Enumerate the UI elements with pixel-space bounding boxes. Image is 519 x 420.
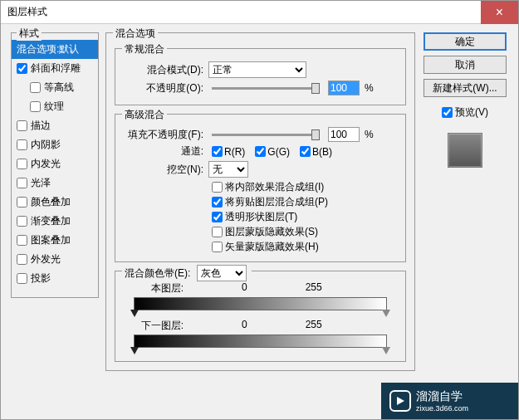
style-item-7[interactable]: 光泽 — [12, 173, 98, 193]
this-layer-max: 255 — [306, 281, 322, 295]
percent-label: % — [365, 82, 374, 94]
blend-if-group: 混合颜色带(E): 灰色 本图层: 0 255 下一图层: — [115, 271, 406, 362]
style-checkbox[interactable] — [17, 273, 27, 284]
styles-panel: 样式 混合选项:默认斜面和浮雕等高线纹理描边内阴影内发光光泽颜色叠加渐变叠加图案… — [11, 32, 99, 298]
close-button[interactable]: × — [481, 1, 518, 24]
style-checkbox[interactable] — [17, 159, 27, 169]
underlying-max: 255 — [306, 319, 322, 333]
styles-legend: 样式 — [17, 27, 42, 41]
style-label: 图案叠加 — [31, 233, 71, 247]
slider-handle-icon[interactable] — [130, 347, 139, 354]
style-label: 颜色叠加 — [31, 195, 71, 209]
knockout-select[interactable]: 无 — [208, 161, 248, 178]
channels-label: 通道: — [122, 144, 203, 159]
blend-clipped-checkbox[interactable]: 将剪贴图层混合成组(P) — [212, 195, 399, 209]
this-layer-gradient[interactable] — [134, 297, 387, 310]
opacity-slider[interactable] — [212, 87, 320, 90]
cancel-button[interactable]: 取消 — [424, 56, 507, 74]
blend-if-label: 混合颜色带(E): — [125, 267, 190, 279]
new-style-button[interactable]: 新建样式(W)... — [424, 79, 507, 97]
slider-handle-icon[interactable] — [130, 310, 139, 317]
channel-g-checkbox[interactable]: G(G) — [255, 146, 290, 158]
layer-mask-hide-checkbox[interactable]: 图层蒙版隐藏效果(S) — [212, 225, 399, 239]
style-label: 光泽 — [31, 176, 51, 190]
watermark: 溜溜自学 zixue.3d66.com — [381, 383, 518, 419]
titlebar: 图层样式 × — [1, 1, 518, 24]
underlying-layer-label: 下一图层: — [134, 319, 184, 333]
fill-opacity-input[interactable] — [328, 127, 360, 142]
watermark-sub: zixue.3d66.com — [416, 404, 468, 413]
style-label: 纹理 — [44, 100, 64, 114]
fill-opacity-label: 填充不透明度(F): — [122, 128, 203, 142]
style-checkbox[interactable] — [17, 254, 27, 265]
blend-interior-checkbox[interactable]: 将内部效果混合成组(I) — [212, 180, 399, 194]
this-layer-label: 本图层: — [134, 281, 184, 295]
general-blending-legend: 常规混合 — [122, 42, 167, 56]
style-checkbox[interactable] — [17, 197, 27, 208]
style-label: 描边 — [31, 119, 51, 133]
style-item-11[interactable]: 外发光 — [12, 250, 98, 269]
style-item-9[interactable]: 渐变叠加 — [12, 212, 98, 231]
underlying-min: 0 — [242, 319, 247, 333]
style-item-0[interactable]: 混合选项:默认 — [12, 40, 98, 59]
style-label: 投影 — [31, 271, 51, 286]
general-blending-group: 常规混合 混合模式(D): 正常 不透明度(O): % — [115, 48, 406, 105]
channel-b-checkbox[interactable]: B(B) — [300, 146, 332, 158]
slider-handle-icon[interactable] — [382, 347, 390, 354]
style-checkbox[interactable] — [30, 101, 41, 112]
fill-opacity-slider[interactable] — [212, 134, 320, 136]
opacity-label: 不透明度(O): — [122, 81, 203, 95]
style-item-6[interactable]: 内发光 — [12, 154, 98, 173]
style-item-10[interactable]: 图案叠加 — [12, 231, 98, 250]
style-label: 等高线 — [44, 81, 74, 95]
slider-handle-icon[interactable] — [382, 310, 390, 317]
play-icon — [389, 390, 411, 412]
style-item-2[interactable]: 等高线 — [12, 78, 98, 97]
style-item-12[interactable]: 投影 — [12, 269, 98, 288]
watermark-text: 溜溜自学 — [416, 389, 463, 403]
style-label: 混合选项:默认 — [17, 42, 79, 56]
opacity-input[interactable] — [328, 81, 360, 95]
style-checkbox[interactable] — [30, 82, 41, 93]
style-label: 内阴影 — [31, 138, 61, 152]
this-layer-min: 0 — [242, 281, 247, 295]
svg-marker-0 — [397, 397, 404, 405]
style-checkbox[interactable] — [17, 139, 27, 150]
blend-mode-select[interactable]: 正常 — [208, 61, 306, 78]
style-checkbox[interactable] — [17, 120, 27, 131]
vector-mask-hide-checkbox[interactable]: 矢量蒙版隐藏效果(H) — [212, 240, 399, 254]
style-checkbox[interactable] — [17, 235, 27, 246]
style-item-8[interactable]: 颜色叠加 — [12, 193, 98, 212]
style-label: 斜面和浮雕 — [31, 61, 81, 76]
style-checkbox[interactable] — [17, 63, 27, 74]
blending-options-panel: 混合选项 常规混合 混合模式(D): 正常 不透明度(O): % — [105, 32, 415, 371]
preview-swatch — [448, 133, 482, 168]
style-label: 外发光 — [31, 252, 61, 266]
style-label: 渐变叠加 — [31, 214, 71, 228]
style-item-5[interactable]: 内阴影 — [12, 135, 98, 154]
advanced-blending-legend: 高级混合 — [122, 108, 167, 122]
blend-if-select[interactable]: 灰色 — [197, 265, 247, 281]
style-checkbox[interactable] — [17, 216, 27, 227]
underlying-gradient[interactable] — [134, 335, 387, 348]
style-item-4[interactable]: 描边 — [12, 116, 98, 135]
ok-button[interactable]: 确定 — [424, 32, 507, 51]
percent-label-2: % — [365, 129, 374, 140]
advanced-blending-group: 高级混合 填充不透明度(F): % 通道: R(R) G(G) B(B) — [115, 114, 406, 262]
style-item-3[interactable]: 纹理 — [12, 97, 98, 116]
knockout-label: 挖空(N): — [122, 163, 203, 177]
style-item-1[interactable]: 斜面和浮雕 — [12, 59, 98, 78]
window-title: 图层样式 — [1, 5, 47, 19]
transparency-shapes-checkbox[interactable]: 透明形状图层(T) — [212, 210, 399, 224]
style-label: 内发光 — [31, 157, 61, 171]
layer-style-dialog: 图层样式 × 样式 混合选项:默认斜面和浮雕等高线纹理描边内阴影内发光光泽颜色叠… — [0, 0, 519, 420]
preview-checkbox[interactable]: 预览(V) — [442, 105, 488, 120]
blending-options-legend: 混合选项 — [113, 27, 158, 41]
style-checkbox[interactable] — [17, 178, 27, 188]
blend-mode-label: 混合模式(D): — [122, 63, 203, 77]
channel-r-checkbox[interactable]: R(R) — [212, 146, 245, 158]
